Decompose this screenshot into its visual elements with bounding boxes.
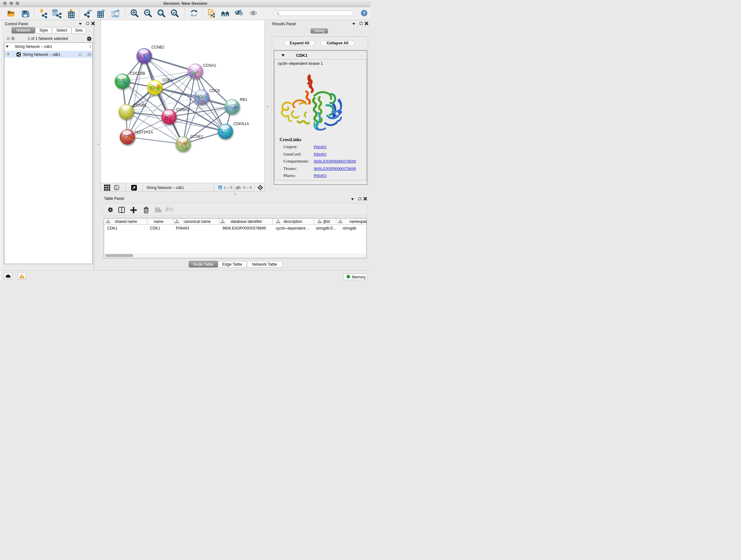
svg-text:CCNA2: CCNA2 [177,108,190,112]
svg-text:CDC6: CDC6 [209,88,220,93]
svg-text:CCNB1: CCNB1 [134,103,147,108]
svg-text:CDK1: CDK1 [162,78,173,82]
svg-text:CDC25B: CDC25B [130,71,145,76]
svg-text:CCNA1: CCNA1 [203,63,216,68]
svg-text:HIST1H1A: HIST1H1A [135,130,153,134]
svg-text:CCNB2: CCNB2 [151,45,165,50]
svg-text:CCNE1: CCNE1 [191,134,204,139]
svg-text:CDKN1A: CDKN1A [233,122,249,126]
svg-text:RB1: RB1 [240,98,248,102]
